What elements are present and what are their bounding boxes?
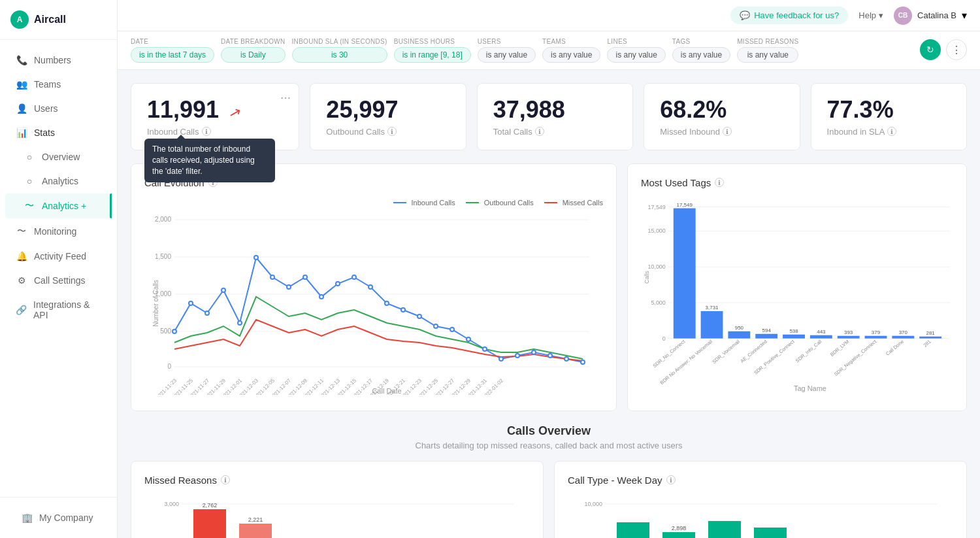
sidebar-item-analytics-plus[interactable]: 〜 Analytics + <box>5 193 112 218</box>
svg-point-33 <box>532 350 536 354</box>
outbound-calls-value: 25,997 <box>326 97 449 123</box>
svg-text:0: 0 <box>662 335 666 341</box>
svg-rect-78 <box>783 334 805 338</box>
filter-breakdown-chip[interactable]: is Daily <box>221 47 285 63</box>
filter-date-chip[interactable]: is in the last 7 days <box>131 47 214 63</box>
feedback-label: Have feedback for us? <box>754 10 839 20</box>
sidebar-item-users[interactable]: 👤 Users <box>5 97 112 120</box>
svg-text:281: 281 <box>922 338 932 348</box>
sidebar-label-analytics: Analytics <box>42 176 78 186</box>
filter-hours-chip[interactable]: is in range [9, 18] <box>394 47 471 63</box>
monitoring-icon: 〜 <box>16 226 27 237</box>
tooltip-box: The total number of inbound calls receiv… <box>144 139 275 182</box>
svg-rect-72 <box>701 311 723 339</box>
svg-rect-107 <box>239 524 272 538</box>
svg-text:Number of Calls: Number of Calls <box>152 280 159 327</box>
card-menu-button[interactable]: ⋯ <box>280 92 291 104</box>
filter-sla-chip[interactable]: is 30 <box>292 47 387 63</box>
more-options-button[interactable]: ⋮ <box>946 39 967 60</box>
tooltip-text: The total number of inbound calls receiv… <box>152 144 255 176</box>
feedback-button[interactable]: 💬 Have feedback for us? <box>730 7 848 24</box>
svg-text:594: 594 <box>762 327 772 333</box>
teams-icon: 👥 <box>16 79 27 90</box>
user-name: Catalina B <box>917 10 956 20</box>
sidebar-item-monitoring[interactable]: 〜 Monitoring <box>5 219 112 244</box>
legend-inbound: Inbound Calls <box>393 199 455 207</box>
svg-text:Call Done: Call Done <box>885 338 905 356</box>
filter-missed-label: Missed Reasons <box>737 38 798 45</box>
sidebar-item-overview[interactable]: ○ Overview <box>5 145 112 169</box>
filter-users-chip[interactable]: is any value <box>478 47 536 63</box>
svg-rect-114 <box>662 532 695 538</box>
sidebar-bottom: 🏢 My Company <box>0 497 117 538</box>
sidebar-item-analytics[interactable]: ○ Analytics <box>5 169 112 193</box>
svg-text:2,221: 2,221 <box>248 516 263 523</box>
info-icon-total[interactable]: ℹ <box>535 127 544 136</box>
svg-text:379: 379 <box>872 329 881 335</box>
call-type-weekday-title: Call Type - Week Day ℹ <box>568 475 953 486</box>
filter-teams: Teams is any value <box>542 38 600 63</box>
tags-info-icon[interactable]: ℹ <box>715 178 724 187</box>
info-icon-outbound[interactable]: ℹ <box>387 127 397 136</box>
svg-point-11 <box>172 329 176 333</box>
app-name: Aircall <box>34 14 66 25</box>
filter-hours-label: Business Hours <box>394 38 471 45</box>
filter-tags-chip[interactable]: is any value <box>672 47 730 63</box>
sidebar-label-monitoring: Monitoring <box>34 226 76 237</box>
metric-card-missed: 68.2% Missed Inbound ℹ <box>644 83 800 150</box>
svg-point-36 <box>581 360 585 364</box>
bottom-charts-row: Missed Reasons ℹ 3,000 0 2,762 2,221 <box>131 461 967 538</box>
chart-legend: Inbound Calls Outbound Calls Missed Call… <box>144 199 603 207</box>
svg-point-22 <box>352 275 356 279</box>
help-button[interactable]: Help ▾ <box>858 10 883 20</box>
svg-text:Call Date: Call Date <box>372 387 401 395</box>
inbound-calls-value: 11,991 <box>147 97 283 123</box>
filter-users-label: Users <box>478 38 536 45</box>
sidebar-item-stats[interactable]: 📊 Stats <box>5 121 112 144</box>
filter-lines: Lines is any value <box>607 38 665 63</box>
filter-sla-label: Inbound SLA (in seconds) <box>292 38 387 45</box>
svg-point-25 <box>401 308 405 312</box>
missed-reasons-chart: Missed Reasons ℹ 3,000 0 2,762 2,221 <box>131 461 544 538</box>
company-item[interactable]: 🏢 My Company <box>10 506 106 530</box>
sidebar-label-call-settings: Call Settings <box>34 275 86 286</box>
svg-point-21 <box>336 282 340 286</box>
svg-text:1,500: 1,500 <box>155 253 171 260</box>
inbound-sla-label: Inbound in SLA ℹ <box>827 127 951 137</box>
filter-teams-chip[interactable]: is any value <box>542 47 600 63</box>
users-icon: 👤 <box>16 103 27 114</box>
total-calls-value: 37,988 <box>493 97 617 123</box>
svg-rect-84 <box>865 335 887 338</box>
user-menu[interactable]: CB Catalina B ▾ <box>894 7 967 25</box>
filter-missed-chip[interactable]: is any value <box>737 47 798 63</box>
analytics-plus-icon: 〜 <box>24 200 35 212</box>
info-icon[interactable]: ℹ <box>202 127 211 136</box>
sidebar-item-integrations[interactable]: 🔗 Integrations & API <box>5 293 112 327</box>
filter-actions: ↻ ⋮ <box>920 39 967 61</box>
svg-text:BDR No Answer; No Voicemail: BDR No Answer; No Voicemail <box>659 338 714 385</box>
svg-text:2,762: 2,762 <box>203 502 218 509</box>
refresh-button[interactable]: ↻ <box>920 39 941 60</box>
stats-icon: 📊 <box>16 127 27 138</box>
legend-missed: Missed Calls <box>544 199 603 207</box>
bar-chart-svg: 17,549 15,000 10,000 5,000 0 Calls 17,5 <box>641 199 953 395</box>
info-icon-sla[interactable]: ℹ <box>887 127 896 136</box>
calls-overview-title: Calls Overview <box>131 424 967 438</box>
svg-text:17,549: 17,549 <box>647 203 665 210</box>
legend-outbound: Outbound Calls <box>466 199 534 207</box>
svg-point-35 <box>564 357 568 361</box>
sidebar-label-overview: Overview <box>42 152 80 162</box>
sidebar-item-activity-feed[interactable]: 🔔 Activity Feed <box>5 244 112 268</box>
call-type-info-icon[interactable]: ℹ <box>666 475 676 484</box>
sidebar-item-teams[interactable]: 👥 Teams <box>5 73 112 96</box>
activity-icon: 🔔 <box>16 251 27 261</box>
filter-lines-chip[interactable]: is any value <box>607 47 665 63</box>
content-area: ⋯ 11,991 Inbound Calls ℹ ↗ The total num… <box>118 70 980 538</box>
missed-reasons-svg: 3,000 0 2,762 2,221 <box>144 496 530 538</box>
sidebar-item-numbers[interactable]: 📞 Numbers <box>5 48 112 72</box>
call-type-weekday-chart: Call Type - Week Day ℹ 10,000 0 2,898 <box>554 461 967 538</box>
info-icon-missed[interactable]: ℹ <box>723 127 732 136</box>
outbound-calls-label: Outbound Calls ℹ <box>326 127 449 137</box>
sidebar-item-call-settings[interactable]: ⚙ Call Settings <box>5 269 112 292</box>
missed-reasons-info-icon[interactable]: ℹ <box>221 475 230 484</box>
